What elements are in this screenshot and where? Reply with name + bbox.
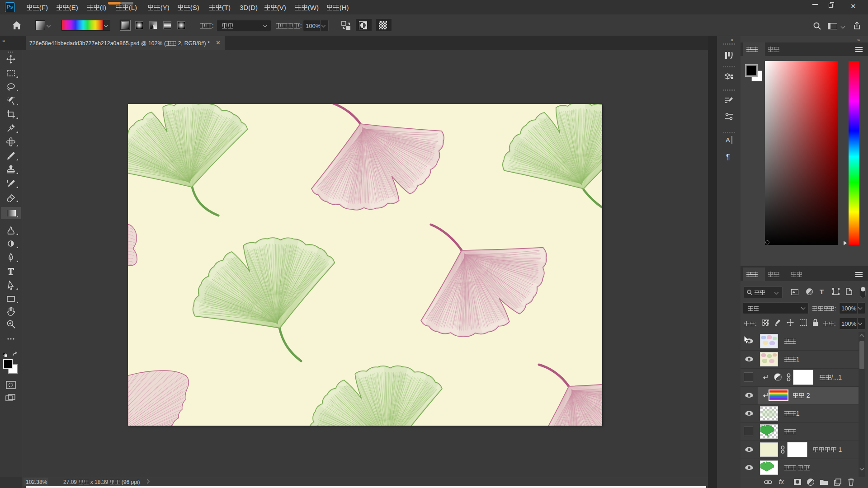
svg-text:¶: ¶ [726,153,730,161]
svg-text:A: A [726,136,730,144]
